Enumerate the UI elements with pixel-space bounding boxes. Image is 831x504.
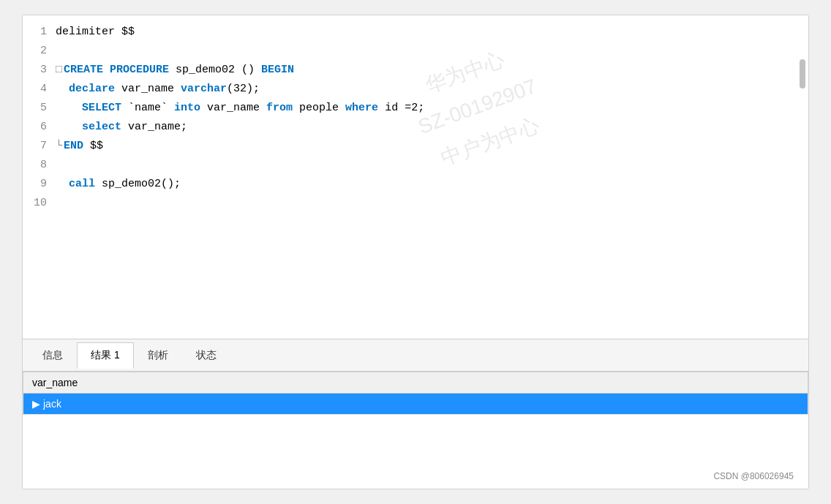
line-number: 1 [23, 23, 56, 42]
line-number: 10 [23, 194, 56, 213]
code-line: 2 [23, 42, 808, 61]
code-line: 9 call sp_demo02(); [23, 175, 808, 194]
line-number: 8 [23, 156, 56, 175]
code-line: 3□CREATE PROCEDURE sp_demo02 () BEGIN [23, 61, 808, 80]
line-number: 6 [23, 118, 56, 137]
code-line: 10 [23, 194, 808, 213]
code-line: 8 [23, 156, 808, 175]
tab-item[interactable]: 剖析 [134, 342, 182, 369]
code-editor[interactable]: 1delimiter $$23□CREATE PROCEDURE sp_demo… [23, 15, 808, 339]
line-number: 2 [23, 42, 56, 61]
code-line: 6 select var_name; [23, 118, 808, 137]
attribution: CSDN @806026945 [713, 471, 794, 481]
line-content: declare var_name varchar(32); [56, 80, 808, 99]
fold-end-icon: └ [56, 140, 62, 152]
main-container: 1delimiter $$23□CREATE PROCEDURE sp_demo… [22, 15, 809, 489]
code-lines: 1delimiter $$23□CREATE PROCEDURE sp_demo… [23, 23, 808, 213]
fold-icon[interactable]: □ [56, 64, 62, 76]
code-line: 1delimiter $$ [23, 23, 808, 42]
scrollbar[interactable] [800, 59, 805, 89]
line-number: 3 [23, 61, 56, 80]
line-number: 5 [23, 99, 56, 118]
line-number: 4 [23, 80, 56, 99]
tab-item[interactable]: 结果 1 [77, 342, 134, 369]
line-content: select var_name; [56, 118, 808, 137]
column-header: var_name [23, 372, 808, 394]
code-line: 4 declare var_name varchar(32); [23, 80, 808, 99]
line-content: □CREATE PROCEDURE sp_demo02 () BEGIN [56, 61, 808, 80]
code-line: 5 SELECT `name` into var_name from peopl… [23, 99, 808, 118]
line-number: 9 [23, 175, 56, 194]
results-table: var_name ▶jack [23, 372, 808, 415]
row-arrow-icon: ▶ [32, 398, 40, 410]
line-content: SELECT `name` into var_name from people … [56, 99, 808, 118]
line-number: 7 [23, 137, 56, 156]
tab-item[interactable]: 信息 [29, 342, 77, 369]
line-content: call sp_demo02(); [56, 175, 808, 194]
tab-item[interactable]: 状态 [182, 342, 230, 369]
line-content: └END $$ [56, 137, 808, 156]
table-cell: ▶jack [23, 394, 808, 415]
tabs-bar: 信息结果 1剖析状态 [23, 339, 808, 372]
code-line: 7└END $$ [23, 137, 808, 156]
results-area: var_name ▶jack [23, 372, 808, 489]
table-row[interactable]: ▶jack [23, 394, 808, 415]
line-content: delimiter $$ [56, 23, 808, 42]
